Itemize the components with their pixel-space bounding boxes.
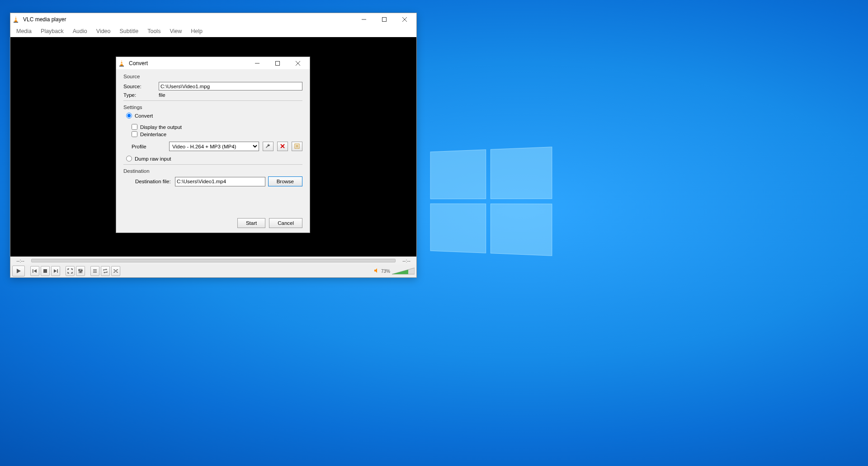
- delete-profile-button[interactable]: [277, 142, 288, 151]
- svg-marker-8: [17, 269, 21, 273]
- start-button[interactable]: Start: [237, 218, 265, 228]
- convert-radio-label: Convert: [135, 113, 153, 119]
- convert-radio[interactable]: [126, 113, 132, 119]
- shuffle-button[interactable]: [111, 266, 120, 276]
- svg-rect-2: [14, 19, 17, 20]
- svg-rect-31: [275, 61, 279, 65]
- vlc-titlebar[interactable]: VLC media player: [10, 13, 416, 25]
- close-button[interactable]: [288, 57, 308, 69]
- edit-profile-button[interactable]: [263, 142, 274, 151]
- svg-point-19: [81, 270, 83, 271]
- stop-button[interactable]: [41, 266, 50, 276]
- menu-audio[interactable]: Audio: [69, 27, 91, 36]
- svg-marker-26: [120, 60, 123, 66]
- destination-section-label: Destination: [123, 168, 302, 174]
- menu-tools[interactable]: Tools: [143, 27, 165, 36]
- delete-x-icon: [280, 143, 285, 150]
- profile-select[interactable]: Video - H.264 + MP3 (MP4): [169, 142, 259, 151]
- type-value: file: [159, 92, 165, 98]
- playlist-button[interactable]: [90, 266, 99, 276]
- volume-percent: 73%: [381, 269, 390, 274]
- maximize-button[interactable]: [267, 57, 288, 69]
- windows-logo: [430, 147, 552, 256]
- svg-marker-23: [374, 268, 377, 273]
- elapsed-time: --:--: [13, 258, 28, 263]
- cancel-button[interactable]: Cancel: [269, 218, 302, 228]
- display-output-row[interactable]: Display the output: [132, 124, 302, 130]
- divider: [123, 164, 302, 165]
- svg-point-17: [79, 270, 80, 271]
- svg-rect-3: [14, 22, 18, 23]
- menu-help[interactable]: Help: [187, 27, 207, 36]
- volume-area: 73%: [374, 267, 415, 275]
- extended-settings-button[interactable]: [76, 266, 85, 276]
- svg-point-18: [80, 271, 81, 273]
- wrench-icon: [265, 143, 271, 150]
- minimize-button[interactable]: [354, 13, 374, 25]
- minimize-button[interactable]: [247, 57, 267, 69]
- browse-button[interactable]: Browse: [268, 176, 302, 186]
- profile-label: Profile: [132, 144, 165, 149]
- menu-view[interactable]: View: [165, 27, 186, 36]
- volume-slider[interactable]: [392, 267, 415, 275]
- vlc-menubar: Media Playback Audio Video Subtitle Tool…: [10, 25, 416, 37]
- svg-rect-13: [57, 269, 58, 273]
- display-output-label: Display the output: [140, 124, 182, 130]
- playback-controls: 73%: [10, 265, 416, 277]
- dialog-button-row: Start Cancel: [116, 215, 310, 233]
- seek-bar-row: --:-- --:--: [10, 257, 416, 265]
- seek-slider[interactable]: [31, 259, 396, 262]
- dump-radio[interactable]: [126, 156, 132, 162]
- display-output-checkbox[interactable]: [132, 124, 137, 130]
- dest-file-label: Destination file:: [135, 179, 172, 184]
- menu-playback[interactable]: Playback: [37, 27, 68, 36]
- menu-video[interactable]: Video: [92, 27, 115, 36]
- next-button[interactable]: [51, 266, 60, 276]
- divider: [123, 100, 302, 101]
- new-profile-button[interactable]: [292, 142, 302, 151]
- svg-rect-11: [43, 269, 47, 273]
- loop-button[interactable]: [101, 266, 110, 276]
- convert-radio-row[interactable]: Convert: [126, 113, 302, 119]
- source-label: Source:: [123, 84, 155, 89]
- previous-button[interactable]: [30, 266, 39, 276]
- convert-window-controls: [247, 57, 308, 69]
- play-button[interactable]: [12, 266, 25, 276]
- svg-rect-27: [121, 62, 123, 62]
- convert-titlebar[interactable]: Convert: [116, 57, 310, 69]
- svg-rect-1: [15, 18, 17, 19]
- dest-file-input[interactable]: [175, 177, 265, 186]
- svg-rect-5: [382, 17, 386, 21]
- settings-section-label: Settings: [123, 105, 302, 110]
- svg-rect-9: [33, 269, 33, 273]
- vlc-window-controls: [354, 13, 415, 25]
- convert-title: Convert: [129, 60, 247, 67]
- deinterlace-row[interactable]: Deinterlace: [132, 131, 302, 137]
- type-label: Type:: [123, 92, 155, 98]
- new-profile-icon: [294, 143, 300, 150]
- maximize-button[interactable]: [374, 13, 394, 25]
- vlc-cone-icon: [118, 60, 125, 67]
- svg-marker-0: [14, 16, 17, 22]
- deinterlace-checkbox[interactable]: [132, 131, 137, 137]
- source-section-label: Source: [123, 74, 302, 79]
- vlc-cone-icon: [12, 16, 19, 23]
- speaker-icon[interactable]: [374, 268, 379, 274]
- svg-rect-29: [119, 66, 124, 67]
- source-input[interactable]: [159, 82, 302, 90]
- menu-subtitle[interactable]: Subtitle: [116, 27, 143, 36]
- deinterlace-label: Deinterlace: [140, 132, 166, 137]
- dump-radio-label: Dump raw input: [135, 156, 171, 162]
- menu-media[interactable]: Media: [12, 27, 36, 36]
- total-time: --:--: [399, 258, 414, 263]
- convert-dialog: Convert Source Source: Type: file Settin…: [116, 57, 310, 233]
- svg-marker-12: [54, 269, 57, 273]
- svg-rect-28: [120, 63, 123, 64]
- vlc-title: VLC media player: [23, 16, 354, 23]
- close-button[interactable]: [394, 13, 415, 25]
- fullscreen-button[interactable]: [66, 266, 75, 276]
- dump-radio-row[interactable]: Dump raw input: [126, 156, 302, 162]
- svg-marker-10: [34, 269, 37, 273]
